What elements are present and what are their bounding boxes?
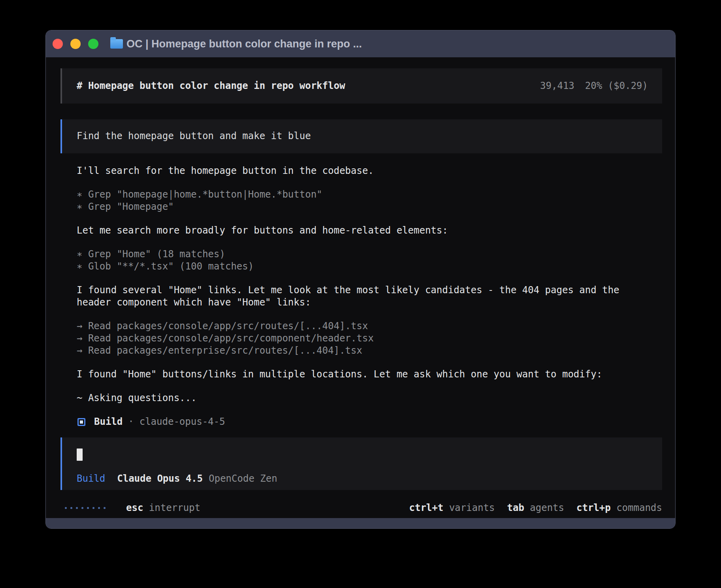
status-bar: esc interrupt ctrl+t variants tab agents… [60,502,662,514]
hint-key: esc [126,502,143,513]
terminal-content: # Homepage button color change in repo w… [46,57,675,518]
tool-call-line: ∗ Grep "homepage|home.*button|Home.*butt… [77,188,662,201]
hint-key: ctrl+t [409,502,444,513]
agent-name: Build [94,416,123,428]
tool-calls: ∗ Grep "homepage|home.*button|Home.*butt… [77,188,662,213]
assistant-line: I'll search for the homepage button in t… [77,165,662,177]
input-provider-label: OpenCode Zen [209,473,277,485]
assistant-text: I'll search for the homepage button in t… [77,165,662,177]
user-message: Find the homepage button and make it blu… [60,119,662,153]
hint-key: ctrl+p [576,502,611,513]
hint-agents: tab agents [507,502,564,514]
tool-call-line: ∗ Grep "Home" (18 matches) [77,248,662,260]
tool-call-line: ∗ Grep "Homepage" [77,201,662,213]
prompt-input[interactable]: Build Claude Opus 4.5 OpenCode Zen [60,437,662,490]
desktop-background: OC | Homepage button color change in rep… [0,0,721,588]
token-count: 39,413 [540,80,574,92]
window-controls [53,39,98,49]
assistant-text: Let me search more broadly for buttons a… [77,224,662,237]
build-square-icon [77,418,85,426]
hints-right: ctrl+t variants tab agents ctrl+p comman… [409,502,662,514]
context-cost: 20% ($0.29) [585,80,648,92]
progress-dots [65,507,106,509]
input-agent-label[interactable]: Build [77,473,105,485]
window-bottom-frame [46,518,675,528]
user-message-text: Find the homepage button and make it blu… [77,130,648,142]
hint-interrupt: esc interrupt [126,502,200,514]
hint-commands: ctrl+p commands [576,502,662,514]
hint-key: tab [507,502,524,513]
assistant-status-text: ~ Asking questions... [77,392,662,404]
tool-calls: → Read packages/console/app/src/routes/[… [77,320,662,357]
hint-variants: ctrl+t variants [409,502,495,514]
tool-call-line: → Read packages/console/app/src/componen… [77,332,662,345]
tool-call-line: ∗ Glob "**/*.tsx" (100 matches) [77,260,662,273]
hint-label: interrupt [149,502,200,513]
input-line[interactable] [77,449,648,461]
assistant-line: header component which have "Home" links… [77,296,662,309]
assistant-text: I found several "Home" links. Let me loo… [77,284,662,309]
conversation: I'll search for the homepage button in t… [60,165,662,428]
hint-label: commands [616,502,662,513]
agent-model: claude-opus-4-5 [140,416,225,428]
assistant-text: I found "Home" buttons/links in multiple… [77,368,662,381]
folder-icon [110,39,123,49]
text-cursor [77,449,83,461]
minimize-button[interactable] [70,39,81,49]
session-stats: 39,413 20% ($0.29) [540,80,648,92]
window-title: OC | Homepage button color change in rep… [126,38,362,50]
tool-call-line: → Read packages/enterprise/src/routes/[.… [77,345,662,357]
session-title: # Homepage button color change in repo w… [77,80,345,92]
assistant-line: ~ Asking questions... [77,392,662,404]
input-model-label[interactable]: Claude Opus 4.5 [117,473,203,485]
close-button[interactable] [53,39,63,49]
zoom-button[interactable] [88,39,98,49]
hint-label: agents [530,502,564,513]
agent-status-row: Build · claude-opus-4-5 [77,416,662,428]
window-titlebar[interactable]: OC | Homepage button color change in rep… [46,30,675,57]
terminal-window: OC | Homepage button color change in rep… [45,30,676,529]
assistant-line: Let me search more broadly for buttons a… [77,224,662,237]
hint-label: variants [449,502,495,513]
tool-calls: ∗ Grep "Home" (18 matches) ∗ Glob "**/*.… [77,248,662,273]
tool-call-line: → Read packages/console/app/src/routes/[… [77,320,662,332]
session-header: # Homepage button color change in repo w… [60,68,662,104]
input-status-line: Build Claude Opus 4.5 OpenCode Zen [77,473,648,485]
assistant-line: I found several "Home" links. Let me loo… [77,284,662,296]
separator-dot: · [128,416,134,428]
assistant-line: I found "Home" buttons/links in multiple… [77,368,662,381]
